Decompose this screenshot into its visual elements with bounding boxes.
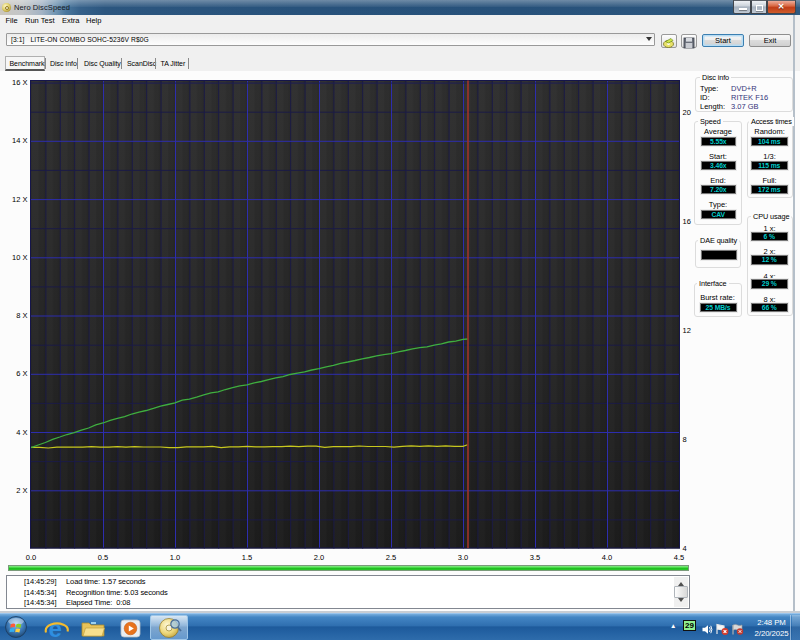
svg-text:8: 8 [683,435,687,444]
svg-text:0.5: 0.5 [98,553,108,562]
svg-text:12 X: 12 X [12,195,27,204]
svg-text:6 X: 6 X [16,369,27,378]
svg-text:2.0: 2.0 [314,553,324,562]
svg-text:3.0: 3.0 [458,553,468,562]
svg-text:16: 16 [683,217,691,226]
svg-text:4: 4 [683,544,687,553]
svg-text:3.5: 3.5 [530,553,540,562]
svg-text:2 X: 2 X [16,486,27,495]
svg-text:10 X: 10 X [12,253,27,262]
svg-text:14 X: 14 X [12,136,27,145]
svg-text:12: 12 [683,326,691,335]
svg-text:16 X: 16 X [12,78,27,87]
svg-text:0.0: 0.0 [26,553,36,562]
svg-text:8 X: 8 X [16,311,27,320]
svg-text:4.0: 4.0 [602,553,612,562]
svg-text:4.5: 4.5 [674,553,684,562]
svg-text:2.5: 2.5 [386,553,396,562]
svg-text:4 X: 4 X [16,428,27,437]
svg-text:20: 20 [683,108,691,117]
svg-text:e: e [49,618,62,640]
svg-text:1.0: 1.0 [170,553,180,562]
svg-text:1.5: 1.5 [242,553,252,562]
